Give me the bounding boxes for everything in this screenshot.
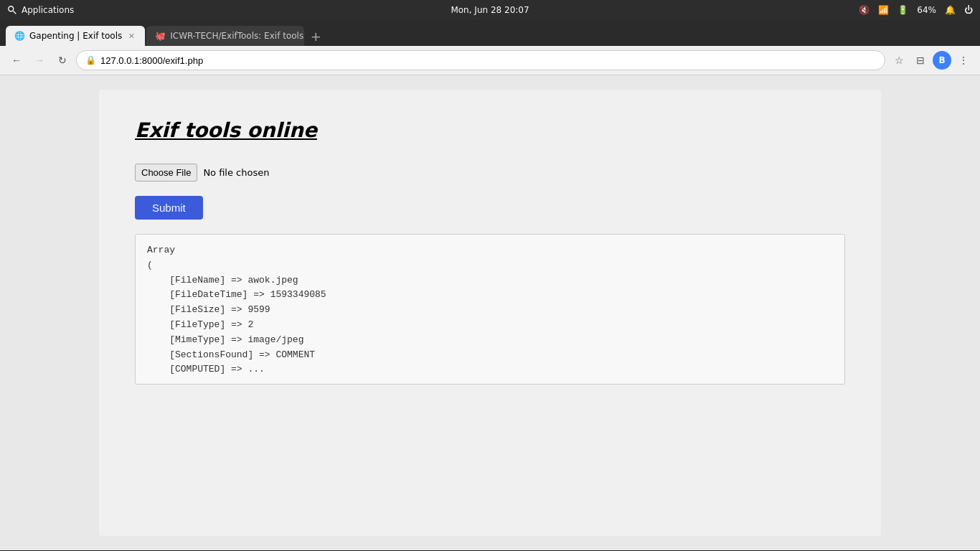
output-line-2: [FileName] => awok.jpeg bbox=[147, 273, 833, 288]
profile-avatar[interactable]: B bbox=[933, 51, 951, 70]
toolbar-actions: ☆ ⊟ B ⋮ bbox=[890, 51, 973, 70]
battery-level: 64% bbox=[917, 5, 936, 15]
output-line-8: [COMPUTED] => ... bbox=[147, 362, 833, 377]
page-title: Exif tools online bbox=[135, 118, 845, 142]
taskbar-left: Applications bbox=[7, 5, 74, 15]
address-input[interactable] bbox=[100, 55, 876, 66]
submit-button[interactable]: Submit bbox=[135, 196, 203, 220]
output-line-0: Array bbox=[147, 243, 833, 258]
forward-button[interactable]: → bbox=[30, 51, 49, 70]
battery-icon: 🔋 bbox=[897, 5, 908, 15]
tab1-close-button[interactable]: ✕ bbox=[126, 31, 136, 41]
back-button[interactable]: ← bbox=[7, 51, 26, 70]
cast-button[interactable]: ⊟ bbox=[911, 51, 930, 70]
tab1-title: Gapenting | Exif tools bbox=[29, 31, 122, 41]
output-line-7: [SectionsFound] => COMMENT bbox=[147, 348, 833, 363]
tab2-title: ICWR-TECH/ExifTools: Exif tools bbox=[170, 31, 303, 41]
browser-tabs: 🌐 Gapenting | Exif tools ✕ 🐙 ICWR-TECH/E… bbox=[0, 20, 980, 46]
lock-icon: 🔒 bbox=[85, 55, 96, 65]
tab2-favicon: 🐙 bbox=[155, 31, 166, 41]
choose-file-button[interactable]: Choose File bbox=[135, 164, 197, 182]
file-status-label: No file chosen bbox=[203, 167, 269, 178]
output-line-3: [FileDateTime] => 1593349085 bbox=[147, 288, 833, 303]
wifi-icon: 📶 bbox=[878, 5, 889, 15]
browser-frame: 🌐 Gapenting | Exif tools ✕ 🐙 ICWR-TECH/E… bbox=[0, 20, 980, 75]
taskbar-app-label: Applications bbox=[22, 5, 74, 15]
address-bar[interactable]: 🔒 bbox=[76, 50, 885, 70]
volume-icon: 🔇 bbox=[859, 5, 870, 15]
tab1-favicon: 🌐 bbox=[14, 31, 25, 41]
taskbar-datetime: Mon, Jun 28 20:07 bbox=[451, 5, 529, 15]
notification-icon: 🔔 bbox=[945, 5, 956, 15]
reload-button[interactable]: ↻ bbox=[53, 51, 72, 70]
output-box[interactable]: Array ( [FileName] => awok.jpeg [FileDat… bbox=[135, 234, 845, 385]
svg-point-0 bbox=[9, 6, 14, 11]
tab-icwr[interactable]: 🐙 ICWR-TECH/ExifTools: Exif tools ✕ bbox=[146, 26, 304, 46]
bookmark-button[interactable]: ☆ bbox=[890, 51, 908, 70]
search-icon-os bbox=[7, 5, 17, 15]
output-line-4: [FileSize] => 9599 bbox=[147, 303, 833, 318]
taskbar-right: 🔇 📶 🔋 64% 🔔 ⏻ bbox=[859, 5, 973, 15]
output-line-5: [FileType] => 2 bbox=[147, 318, 833, 333]
new-tab-button[interactable]: + bbox=[306, 26, 326, 46]
submit-row: Submit bbox=[135, 196, 845, 234]
browser-content: Exif tools online Choose File No file ch… bbox=[0, 75, 980, 550]
file-input-row: Choose File No file chosen bbox=[135, 164, 845, 182]
power-icon: ⏻ bbox=[964, 5, 973, 15]
page-container: Exif tools online Choose File No file ch… bbox=[99, 90, 881, 536]
menu-button[interactable]: ⋮ bbox=[954, 51, 973, 70]
tab-gapenting[interactable]: 🌐 Gapenting | Exif tools ✕ bbox=[6, 26, 145, 46]
output-line-1: ( bbox=[147, 258, 833, 273]
output-line-6: [MimeType] => image/jpeg bbox=[147, 333, 833, 348]
os-taskbar: Applications Mon, Jun 28 20:07 🔇 📶 🔋 64%… bbox=[0, 0, 980, 20]
svg-line-1 bbox=[13, 11, 16, 14]
browser-toolbar: ← → ↻ 🔒 ☆ ⊟ B ⋮ bbox=[0, 46, 980, 75]
